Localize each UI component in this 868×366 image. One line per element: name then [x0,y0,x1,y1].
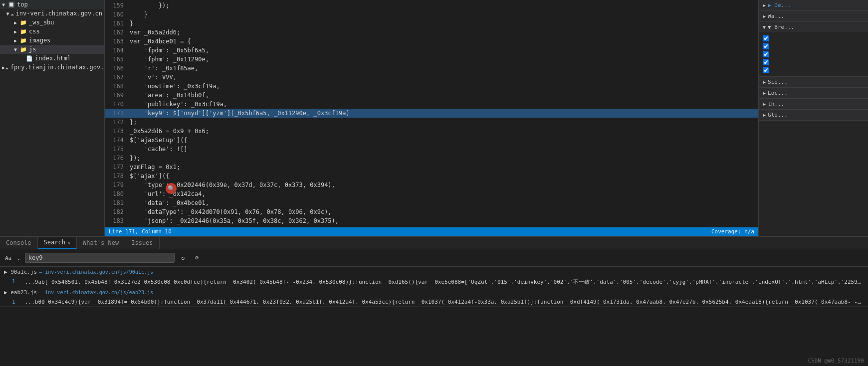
right-section-breakpoints: ▼ ▼ Bre... [759,22,868,77]
code-line-168[interactable]: 168 'nowtime': _0x3cf19a, [105,82,758,91]
line-number-161: 161 [105,19,130,28]
file-tree-label-ws-sbu: _ws_sbu [29,19,54,26]
file-tree-item-index-html[interactable]: ▶ 📄 index.html [0,54,104,63]
right-section-header-local[interactable]: ▶ Loc... [759,88,868,98]
code-line-172[interactable]: 172}; [105,118,758,127]
code-line-163[interactable]: 163var _0x4bce01 = { [105,37,758,46]
line-content-176: }); [130,154,758,163]
code-line-170[interactable]: 170 'publickey': _0x3cf19a, [105,100,758,109]
search-result-file-eab23[interactable]: ▶ eab23.js — inv-veri.chinatax.gov.cn/js… [0,287,868,298]
search-results[interactable]: ▶ 90a1c.js — inv-veri.chinatax.gov.cn/js… [0,267,868,366]
code-lines[interactable]: 156 } else {157 _0x10c03d(_0x42d070(0x6e… [105,0,758,227]
line-content-167: 'v': VVV, [130,73,758,82]
dot-label: . [15,254,21,262]
file-tree-item-images[interactable]: ▶ 📁 images [0,36,104,45]
breakpoint-item-5 [763,66,864,74]
code-footer: Line 171, Column 10 Coverage: n/a [105,227,758,236]
search-result-file-90a1c[interactable]: ▶ 90a1c.js — inv-veri.chinatax.gov.cn/js… [0,267,868,277]
tree-arrow-top: ▼ [2,2,8,7]
file-tree-item-top[interactable]: ▼ 🔲 top [0,0,104,9]
code-line-182[interactable]: 182 'dataType': _0x42d070(0x91, 0x76, 0x… [105,207,758,216]
code-line-174[interactable]: 174$['ajaxSetup']({ [105,136,758,145]
file-path-eab23: — inv-veri.chinatax.gov.cn/js/eab23.js [39,290,153,295]
line-number-171: 171 [105,109,130,118]
right-section-local: ▶ Loc... [759,88,868,99]
search-result-row-eab23-1[interactable]: 1 ...b00_0x34c4c9){var _0x31894f=_0x64b0… [0,298,868,306]
code-line-179[interactable]: 179 'type': _0x202446(0x39e, 0x37d, 0x37… [105,181,758,189]
breakpoint-checkbox-5[interactable] [763,67,769,73]
right-section-header-global[interactable]: ▶ Glo... [759,110,868,120]
clear-button[interactable]: ⊘ [192,252,203,263]
file-tree-label-fpcy: fpcy.tianjin.chinatax.gov.cn [10,64,105,71]
file-tree-label-top: top [17,1,28,8]
file-tree-item-css[interactable]: ▶ 📁 css [0,27,104,36]
right-panel: ▶ ▶ De... ▶ Wa... ▼ ▼ Bre... [758,0,868,236]
ws-sbu-icon: 📁 [20,19,27,26]
tab-search-label: Search [44,239,65,246]
search-input[interactable] [28,254,171,261]
right-section-header-scope[interactable]: ▶ Sco... [759,77,868,87]
bottom-content: Aa . ↻ ⊘ ▶ 90a1c.js — inv-veri.chinatax.… [0,249,868,366]
inv-veri-icon: ☁ [10,10,14,17]
tab-console[interactable]: Console [0,237,38,249]
line-number-174: 174 [105,136,130,145]
code-line-160[interactable]: 160 } [105,10,758,19]
right-section-header-debugger[interactable]: ▶ ▶ De... [759,0,868,10]
tab-search-close[interactable]: ✕ [67,240,70,245]
code-line-165[interactable]: 165 'fphm': _0x11290e, [105,55,758,64]
search-input-wrapper [25,253,175,263]
right-section-header-watch[interactable]: ▶ Wa... [759,11,868,21]
breakpoint-checkbox-1[interactable] [763,35,769,41]
code-line-178[interactable]: 178$['ajax']({ [105,172,758,181]
tab-search[interactable]: Search ✕ [38,237,77,249]
line-content-170: 'publickey': _0x3cf19a, [130,100,758,109]
code-line-161[interactable]: 161} [105,19,758,28]
line-content-178: $['ajax']({ [130,172,758,181]
code-line-164[interactable]: 164 'fpdm': _0x5bf6a5, [105,46,758,55]
code-line-171[interactable]: 171 'key9': $['nnyd']['yzm'](_0x5bf6a5, … [105,109,758,118]
result-content-90a1c-1: ...9ab[_0x548501,_0x45b48f_0x3127e2_0x53… [25,278,864,286]
right-section-header-this[interactable]: ▶ th... [759,99,868,109]
code-line-162[interactable]: 162var _0x5a2dd6; [105,28,758,37]
breakpoint-item-3 [763,50,864,58]
code-line-169[interactable]: 169 'area': _0x14bb0f, [105,91,758,100]
file-tree-item-inv-veri[interactable]: ▼ ☁ inv-veri.chinatax.gov.cn [0,9,104,18]
code-line-176[interactable]: 176}); [105,154,758,163]
code-line-177[interactable]: 177yzmFlag = 0x1; [105,163,758,172]
file-tree-item-fpcy[interactable]: ▶ ☁ fpcy.tianjin.chinatax.gov.cn [0,63,104,72]
breakpoint-checkbox-2[interactable] [763,43,769,49]
tab-whatsnew-label: What's New [83,239,119,246]
code-line-167[interactable]: 167 'v': VVV, [105,73,758,82]
arrow-breakpoints: ▼ [763,24,766,30]
tree-arrow-js: ▼ [14,47,20,52]
right-section-header-breakpoints[interactable]: ▼ ▼ Bre... [759,22,868,32]
right-section-debugger: ▶ ▶ De... [759,0,868,11]
line-content-164: 'fpdm': _0x5bf6a5, [130,46,758,55]
tab-whatsnew[interactable]: What's New [77,237,125,249]
breakpoint-checkbox-3[interactable] [763,51,769,57]
search-result-row-90a1c-1[interactable]: 1 ...9ab[_0x548501,_0x45b48f_0x3127e2_0x… [0,277,868,287]
code-line-166[interactable]: 166 'r': _0x1f85ae, [105,64,758,73]
refresh-button[interactable]: ↻ [178,252,189,263]
file-tree-item-ws-sbu[interactable]: ▶ 📁 _ws_sbu [0,18,104,27]
file-path-90a1c: — inv-veri.chinatax.gov.cn/js/90a1c.js [39,269,153,275]
arrow-global: ▶ [763,112,766,118]
code-line-183[interactable]: 183 'jsonp': _0x202446(0x35a, 0x35f, 0x3… [105,216,758,225]
code-line-173[interactable]: 173_0x5a2dd6 = 0x9 + 0x6; [105,127,758,136]
local-label: Loc... [768,90,788,96]
search-result-group-eab23: ▶ eab23.js — inv-veri.chinatax.gov.cn/js… [0,287,868,307]
line-content-171: 'key9': $['nnyd']['yzm'](_0x5bf6a5, _0x1… [130,109,758,118]
code-line-175[interactable]: 175 'cache': ![] [105,145,758,154]
scope-label: Sco... [768,79,788,85]
code-line-181[interactable]: 181 'data': _0x4bce01, [105,198,758,207]
breakpoint-checkbox-4[interactable] [763,59,769,65]
file-tree: ▼ 🔲 top ▼ ☁ inv-veri.chinatax.gov.cn ▶ 📁… [0,0,105,236]
code-editor: 156 } else {157 _0x10c03d(_0x42d070(0x6e… [105,0,758,236]
code-line-180[interactable]: 180 'url': _0x142ca4, [105,189,758,198]
line-number-169: 169 [105,91,130,100]
tab-issues[interactable]: Issues [125,237,159,249]
line-content-161: } [130,19,758,28]
line-content-179: 'type': _0x202446(0x39e, 0x37d, 0x37c, 0… [130,181,758,189]
file-tree-item-js[interactable]: ▼ 📁 js [0,45,104,54]
code-line-159[interactable]: 159 }); [105,1,758,10]
